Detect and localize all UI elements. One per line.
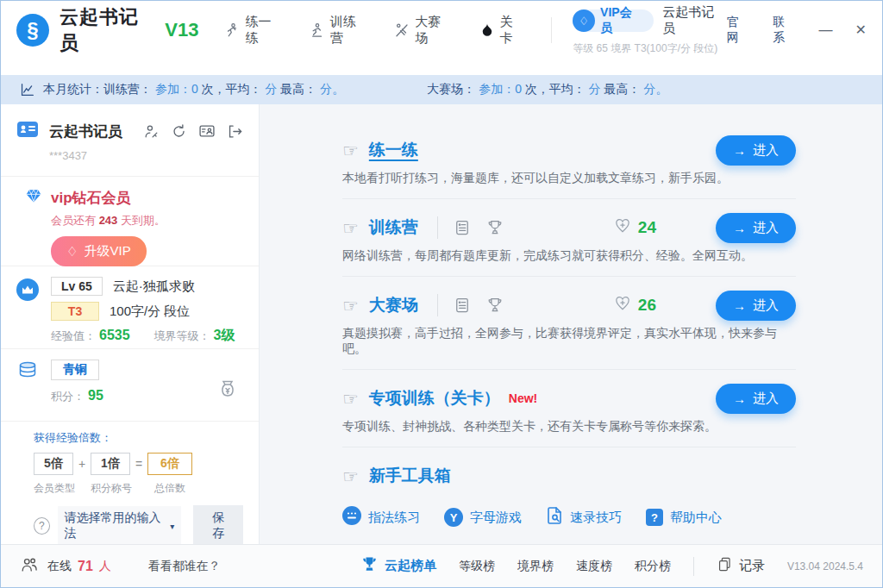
tool-label: 速录技巧 (570, 510, 622, 526)
save-button[interactable]: 保存 (193, 505, 243, 544)
status-bar: 在线 71 人 看看都谁在？ 云起榜单 等级榜 境界榜 速度榜 积分榜 记录 (1, 544, 882, 587)
camp-title[interactable]: 训练营 (369, 216, 418, 239)
tool-letter-game[interactable]: Y 字母游戏 (444, 508, 522, 527)
question-bank-icon[interactable] (454, 297, 471, 314)
practice-row: ☞ 练一练 → 进入 本地看打听打练习，海量题库，还可以自定义加载文章练习，新手… (342, 122, 796, 199)
people-icon (20, 555, 39, 578)
money-bag-icon[interactable] (217, 378, 238, 403)
total-multiplier-label: 总倍数 (147, 481, 192, 496)
realm-value: 3级 (214, 327, 235, 345)
who-online-link[interactable]: 看看都谁在？ (148, 559, 221, 574)
nav-levels[interactable]: 关 卡 (479, 14, 529, 47)
tool-help-center[interactable]: ? 帮助中心 (646, 509, 722, 526)
practice-title[interactable]: 练一练 (369, 139, 418, 161)
arena-enter-button[interactable]: → 进入 (716, 291, 796, 321)
main-panel: ☞ 练一练 → 进入 本地看打听打练习，海量题库，还可以自定义加载文章练习，新手… (260, 104, 882, 544)
user-block: ♢ VIP会员 云起书记员 等级 65 境界 T3(100字/分 段位) (573, 4, 726, 56)
stats-text: 次，平均： (198, 82, 266, 96)
nav-practice[interactable]: 练一练 (224, 14, 283, 47)
stats-text: 分。 (644, 82, 668, 96)
stats-text: 次，平均： (522, 82, 589, 96)
runner-icon (224, 22, 240, 38)
tool-steno-tips[interactable]: 速录技巧 (546, 506, 622, 529)
nav-camp[interactable]: 训练营 (310, 14, 368, 47)
pointing-hand-icon: ☞ (342, 390, 359, 408)
monthly-stats-bar: 本月统计：训练营： 参加：0 次，平均： 分 最高： 分。 大赛场： 参加：0 … (1, 75, 882, 104)
logout-icon[interactable] (227, 123, 243, 140)
ime-select-value: 请选择常用的输入法 (65, 510, 164, 541)
multiplier-title: 获得经验倍数： (34, 430, 243, 446)
enter-label: 进入 (753, 220, 779, 236)
tier-badge: T3 (51, 302, 99, 321)
stats-text: 本月统计：训练营： (43, 82, 155, 96)
nav-arena[interactable]: 大赛场 (394, 14, 453, 47)
edit-profile-icon[interactable] (143, 123, 160, 140)
tool-finger-practice[interactable]: 指法练习 (342, 506, 420, 529)
question-bank-icon[interactable] (454, 219, 471, 236)
minimize-button[interactable]: — (819, 23, 833, 37)
help-icon[interactable]: ? (34, 517, 50, 535)
special-training-row: ☞ 专项训练（关卡） New! → 进入 专项训练、封神挑战、各种类型关卡，还有… (342, 370, 796, 447)
official-site-link[interactable]: 官网 (727, 15, 750, 46)
stats-text: 分 (589, 82, 601, 96)
trophy-icon[interactable] (486, 297, 504, 314)
close-button[interactable]: ✕ (855, 23, 867, 37)
rank-level-link[interactable]: 等级榜 (459, 559, 495, 574)
refresh-icon[interactable] (171, 123, 187, 140)
vip-expire-text: 会员还有 243 天到期。 (51, 213, 243, 228)
main-nav: 练一练 训练营 大赛场 (224, 14, 529, 47)
contact-card-icon[interactable] (198, 122, 216, 140)
plus-sign: + (73, 457, 91, 471)
app-version: V13 (165, 19, 198, 41)
title-divider (437, 216, 438, 239)
chevron-down-icon: ▾ (170, 522, 174, 531)
points-section: 青铜 积分： 95 (1, 349, 259, 422)
online-label: 在线 (47, 559, 72, 574)
version-text: V13.04 2024.5.4 (787, 560, 863, 572)
practice-desc: 本地看打听打练习，海量题库，还可以自定义加载文章练习，新手乐园。 (342, 171, 796, 186)
title-bar: § 云起书记员 V13 练一练 训练营 (1, 1, 882, 75)
tool-label: 帮助中心 (670, 510, 722, 526)
leaderboard-home[interactable]: 云起榜单 (361, 556, 436, 576)
contact-link[interactable]: 联系 (773, 15, 796, 46)
camp-likes[interactable]: 24 (614, 217, 656, 238)
arena-like-count: 26 (638, 296, 656, 315)
arena-title[interactable]: 大赛场 (369, 294, 418, 316)
points-rank-badge: 青铜 (51, 360, 99, 380)
profile-name: 云起书记员 (49, 122, 122, 141)
stats-text: 分。 (320, 82, 344, 96)
pointing-hand-icon: ☞ (342, 141, 359, 160)
nav-practice-label: 练一练 (245, 14, 283, 47)
upgrade-vip-button[interactable]: ♢ 升级VIP (51, 236, 147, 266)
rank-points-link[interactable]: 积分榜 (635, 559, 671, 574)
heart-plus-icon (614, 217, 631, 238)
ime-select[interactable]: 请选择常用的输入法 ▾ (58, 506, 182, 544)
rank-realm-link[interactable]: 境界榜 (517, 559, 554, 574)
arena-likes[interactable]: 26 (614, 295, 656, 316)
vip-badge[interactable]: ♢ VIP会员 (573, 9, 654, 32)
vip-diamond-icon (25, 187, 42, 208)
trophy-blue-icon (361, 556, 378, 576)
special-training-enter-button[interactable]: → 进入 (716, 384, 796, 414)
stats-text: 参加：0 (479, 82, 522, 96)
camp-enter-button[interactable]: → 进入 (716, 213, 796, 243)
arena-icon (394, 22, 410, 38)
arena-row: ☞ 大赛场 26 → (342, 277, 796, 370)
pointing-hand-icon: ☞ (342, 219, 359, 237)
arena-stats: 大赛场： 参加：0 次，平均： 分 最高： 分。 (427, 82, 667, 97)
toolbox-row: ☞ 新手工具箱 指法练习 Y 字母游戏 (342, 447, 796, 544)
rank-speed-link[interactable]: 速度榜 (576, 559, 612, 574)
stats-text: 分 (265, 82, 277, 96)
username[interactable]: 云起书记员 (662, 4, 726, 37)
member-type-label: 会员类型 (34, 481, 73, 496)
equals-sign: = (130, 457, 147, 471)
special-training-title[interactable]: 专项训练（关卡） (369, 387, 500, 410)
practice-enter-button[interactable]: → 进入 (716, 135, 796, 166)
level-badge: Lv 65 (51, 277, 103, 296)
question-mark-icon: ? (646, 509, 663, 526)
trophy-icon[interactable] (486, 219, 504, 236)
leaderboard-home-label: 云起榜单 (385, 558, 436, 574)
records-label: 记录 (739, 558, 765, 574)
vip-badge-label: VIP会员 (600, 5, 643, 36)
records-link[interactable]: 记录 (717, 556, 765, 576)
